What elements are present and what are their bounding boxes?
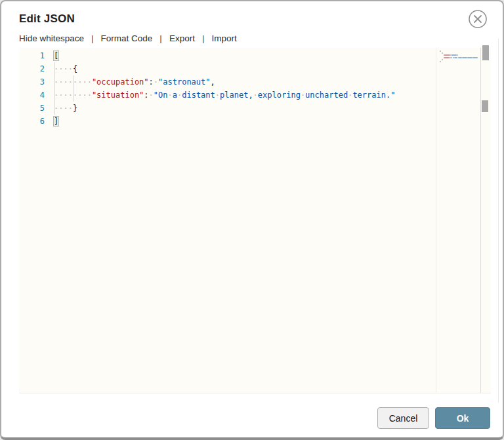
whitespace-dot: ·	[82, 90, 87, 100]
minimap-mark	[451, 57, 452, 58]
whitespace-dot: ·	[168, 90, 173, 100]
whitespace-dot: ·	[149, 90, 154, 100]
whitespace-dot: ·	[215, 90, 220, 100]
toolbar-item-import[interactable]: Import	[211, 33, 236, 43]
line-number: 2	[19, 62, 54, 75]
minimap-mark	[454, 57, 458, 58]
whitespace-dot: ·	[253, 90, 258, 100]
token-punct: ]	[54, 117, 58, 126]
editor-minimap[interactable]	[436, 48, 480, 393]
minimap-mark	[457, 54, 458, 56]
whitespace-dot: ·	[63, 64, 68, 73]
line-number-gutter: 123456	[19, 49, 54, 128]
whitespace-dot: ·	[63, 90, 68, 100]
toolbar-separator: |	[202, 33, 205, 43]
code-area[interactable]: [····{········"occupation":·"astronaut",…	[54, 49, 434, 128]
token-str: "On	[154, 90, 168, 100]
whitespace-dot: ·	[82, 77, 87, 87]
token-punct: :	[149, 77, 154, 87]
code-line[interactable]: ····{	[54, 62, 434, 75]
minimap-mark	[472, 57, 477, 58]
line-number: 3	[19, 75, 54, 89]
whitespace-dot: ·	[68, 90, 73, 100]
code-line[interactable]: [	[54, 49, 434, 62]
scrollbar-thumb-content[interactable]	[482, 100, 488, 112]
line-number: 6	[19, 115, 54, 128]
code-line[interactable]: ]	[54, 115, 434, 128]
token-str: terrain."	[352, 90, 395, 100]
page-title: Edit JSON	[19, 12, 75, 26]
toolbar-item-hide-whitespace[interactable]: Hide whitespace	[19, 33, 84, 43]
scrollbar-thumb-editor[interactable]	[482, 45, 489, 60]
toolbar-item-format-code[interactable]: Format Code	[101, 33, 153, 43]
code-line[interactable]: ····}	[54, 102, 434, 115]
editor-toolbar: Hide whitespace|Format Code|Export|Impor…	[19, 33, 237, 47]
token-str: planet,	[220, 90, 253, 100]
line-number: 4	[19, 89, 54, 102]
code-line[interactable]: ········"situation":·"On·a·distant·plane…	[54, 89, 434, 102]
scrollbar-track[interactable]	[480, 48, 481, 393]
minimap-mark	[442, 52, 443, 54]
toolbar-item-export[interactable]: Export	[169, 33, 195, 43]
token-punct: ,	[211, 77, 215, 87]
whitespace-dot: ·	[63, 104, 68, 113]
whitespace-dot: ·	[68, 104, 73, 113]
toolbar-separator: |	[91, 33, 94, 43]
whitespace-dot: ·	[87, 90, 92, 100]
toolbar-separator: |	[159, 33, 162, 43]
token-str: exploring	[258, 90, 301, 100]
token-key: "situation"	[92, 90, 144, 100]
minimap-mark	[458, 57, 462, 58]
minimap-mark	[462, 57, 467, 58]
minimap-mark	[440, 50, 441, 52]
token-str: distant	[182, 90, 215, 100]
cancel-button[interactable]: Cancel	[377, 407, 429, 429]
line-number: 5	[19, 102, 54, 115]
minimap-mark	[444, 57, 450, 58]
token-key: "occupation"	[92, 77, 149, 87]
ok-button[interactable]: Ok	[435, 407, 490, 429]
minimap-mark	[452, 54, 457, 56]
close-button[interactable]	[467, 9, 488, 30]
close-icon	[467, 9, 488, 30]
minimap-mark	[440, 61, 441, 62]
minimap-mark	[442, 59, 443, 60]
whitespace-dot: ·	[154, 77, 158, 87]
minimap-mark	[467, 57, 472, 58]
whitespace-dot: ·	[63, 77, 68, 87]
code-line[interactable]: ········"occupation":·"astronaut",	[54, 75, 434, 89]
token-str: uncharted	[305, 90, 348, 100]
content-right-border	[498, 39, 499, 403]
token-str: a	[173, 90, 177, 100]
token-punct: }	[73, 104, 77, 113]
line-number: 1	[19, 49, 54, 62]
whitespace-dot: ·	[68, 77, 73, 87]
token-str: "astronaut"	[158, 77, 210, 87]
edit-json-dialog: Edit JSON Hide whitespace|Format Code|Ex…	[0, 0, 504, 440]
token-punct: :	[144, 90, 148, 100]
whitespace-dot: ·	[68, 64, 73, 73]
whitespace-dot: ·	[87, 77, 92, 87]
token-punct: [	[54, 51, 58, 60]
json-code-editor[interactable]: 123456 [····{········"occupation":·"astr…	[19, 48, 491, 393]
token-punct: {	[73, 64, 77, 73]
minimap-mark	[444, 54, 450, 56]
